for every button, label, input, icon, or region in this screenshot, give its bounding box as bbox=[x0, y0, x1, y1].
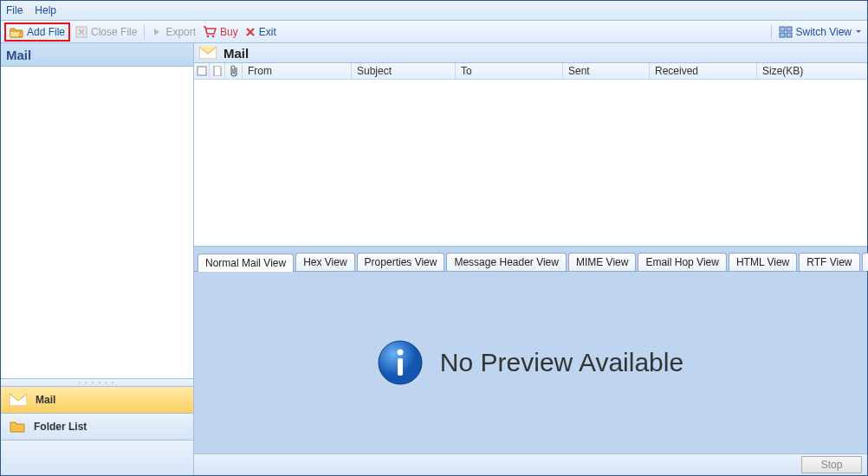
col-sent[interactable]: Sent bbox=[563, 63, 650, 79]
svg-rect-4 bbox=[787, 27, 792, 31]
svg-point-2 bbox=[212, 35, 215, 37]
menu-help[interactable]: Help bbox=[35, 4, 56, 16]
main: Mail From bbox=[194, 43, 867, 475]
envelope-icon bbox=[199, 47, 217, 59]
tab-html-view[interactable]: HTML View bbox=[729, 253, 797, 271]
sidebar-tree[interactable] bbox=[1, 67, 193, 379]
toolbar-separator bbox=[771, 24, 772, 40]
dropdown-icon bbox=[855, 29, 862, 35]
switch-view-label: Switch View bbox=[796, 26, 852, 38]
sidebar-header: Mail bbox=[1, 43, 193, 67]
svg-rect-3 bbox=[780, 27, 785, 31]
buy-label: Buy bbox=[220, 26, 238, 38]
tab-attachments[interactable]: Attachments bbox=[862, 253, 868, 271]
close-file-label: Close File bbox=[91, 26, 137, 38]
folder-open-icon bbox=[10, 26, 23, 38]
checkbox-icon bbox=[197, 66, 207, 76]
col-received[interactable]: Received bbox=[650, 63, 757, 79]
nav-item-mail[interactable]: Mail bbox=[1, 387, 193, 414]
nav-item-folder-list-label: Folder List bbox=[34, 421, 87, 433]
toolbar-separator bbox=[144, 24, 145, 40]
svg-point-11 bbox=[397, 350, 403, 356]
switch-view-button[interactable]: Switch View bbox=[777, 24, 864, 40]
svg-rect-6 bbox=[787, 33, 792, 37]
buy-button[interactable]: Buy bbox=[201, 24, 240, 40]
app-window: File Help Add File Close File bbox=[0, 0, 868, 476]
list-header: From Subject To Sent Received Size(KB) bbox=[194, 63, 867, 80]
sidebar-bottom bbox=[1, 441, 193, 475]
col-subject[interactable]: Subject bbox=[352, 63, 456, 79]
envelope-icon bbox=[10, 394, 27, 406]
attachment-icon bbox=[229, 65, 239, 77]
export-label: Export bbox=[165, 26, 196, 38]
tab-rtf-view[interactable]: RTF View bbox=[799, 253, 859, 271]
col-size[interactable]: Size(KB) bbox=[757, 63, 867, 79]
col-from[interactable]: From bbox=[243, 63, 352, 79]
svg-rect-5 bbox=[780, 33, 785, 37]
svg-rect-12 bbox=[398, 358, 403, 376]
col-attachment[interactable] bbox=[225, 63, 243, 79]
menu-file[interactable]: File bbox=[6, 4, 23, 16]
tab-normal-mail-view[interactable]: Normal Mail View bbox=[198, 254, 294, 272]
exit-label: Exit bbox=[259, 26, 276, 38]
close-file-icon bbox=[75, 26, 87, 38]
list-body[interactable] bbox=[194, 80, 867, 247]
col-to[interactable]: To bbox=[456, 63, 563, 79]
tab-properties-view[interactable]: Properties View bbox=[357, 253, 445, 271]
toolbar: Add File Close File Export Buy bbox=[1, 21, 867, 43]
main-header: Mail bbox=[194, 43, 867, 63]
sidebar-gripper[interactable]: • • • • • • bbox=[1, 379, 193, 387]
sidebar: Mail • • • • • • Mail Folder List bbox=[1, 43, 194, 475]
toolbar-left: Add File Close File Export Buy bbox=[4, 23, 278, 42]
info-icon bbox=[378, 340, 423, 385]
toolbar-right: Switch View bbox=[769, 24, 864, 40]
col-page[interactable] bbox=[210, 63, 225, 79]
add-file-label: Add File bbox=[27, 26, 65, 38]
preview-text: No Preview Available bbox=[440, 348, 683, 377]
tabs-row: Normal Mail View Hex View Properties Vie… bbox=[194, 247, 867, 272]
body: Mail • • • • • • Mail Folder List bbox=[1, 43, 867, 475]
export-button: Export bbox=[150, 24, 198, 40]
cart-icon bbox=[203, 26, 217, 38]
export-icon bbox=[152, 27, 162, 37]
nav-item-mail-label: Mail bbox=[36, 394, 55, 406]
page-icon bbox=[213, 66, 222, 76]
add-file-button[interactable]: Add File bbox=[8, 24, 67, 40]
svg-point-1 bbox=[207, 35, 210, 37]
main-header-label: Mail bbox=[223, 46, 249, 61]
col-checkbox[interactable] bbox=[194, 63, 210, 79]
nav-item-folder-list[interactable]: Folder List bbox=[1, 414, 193, 441]
tab-mime-view[interactable]: MIME View bbox=[568, 253, 636, 271]
add-file-highlight: Add File bbox=[4, 23, 70, 42]
stop-button: Stop bbox=[801, 456, 862, 473]
folder-icon bbox=[10, 421, 25, 433]
close-file-button: Close File bbox=[74, 24, 139, 40]
tab-message-header-view[interactable]: Message Header View bbox=[446, 253, 567, 271]
exit-icon bbox=[245, 27, 256, 37]
tab-hex-view[interactable]: Hex View bbox=[295, 253, 354, 271]
preview-pane: No Preview Available bbox=[194, 272, 867, 454]
exit-button[interactable]: Exit bbox=[243, 24, 278, 40]
tab-email-hop-view[interactable]: Email Hop View bbox=[638, 253, 726, 271]
svg-rect-9 bbox=[198, 67, 206, 75]
status-bar: Stop bbox=[194, 454, 867, 475]
menubar: File Help bbox=[1, 1, 867, 21]
switch-view-icon bbox=[779, 26, 793, 38]
